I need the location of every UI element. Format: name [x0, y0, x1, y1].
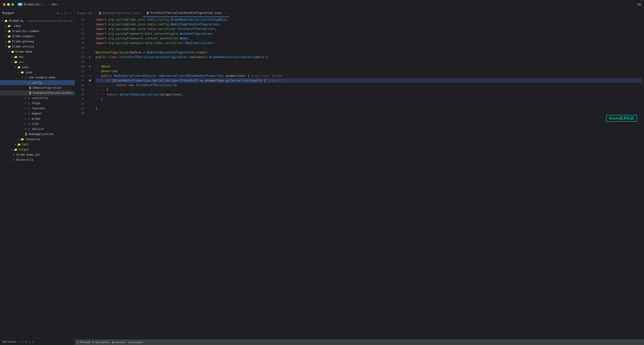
code-line-15: import org.springframework.data.redis.se…: [96, 41, 642, 45]
fullscreen-button[interactable]: [11, 3, 14, 6]
run-gutter-icon-22[interactable]: ↩: [88, 73, 90, 78]
down-service-icon[interactable]: ▽: [32, 340, 34, 344]
status-threads[interactable]: ⚙ Threads & Variables: [77, 341, 109, 344]
close-button[interactable]: [3, 3, 6, 6]
controller-icon: ◻: [27, 96, 31, 100]
gutter-icons: ▶ ▶ ↩ ◇ →: [86, 17, 94, 116]
line-num-29: 29: [79, 106, 84, 111]
sidebar-item-test[interactable]: ▶ 📂 test: [0, 142, 75, 147]
protostuff-icon: 🍃: [28, 91, 32, 95]
gutter-30: [86, 111, 94, 116]
gutter-11: [86, 22, 94, 27]
launcher-label: launcher: [32, 107, 46, 110]
line-num-22: 22: [79, 73, 84, 78]
sidebar-item-demo-app[interactable]: 🍃 DemoApplication: [0, 132, 75, 137]
sidebar-item-controller[interactable]: ▶ ◻ controller: [0, 95, 75, 101]
svc-arrow: ▶: [24, 127, 27, 131]
pom-tab-label: pom.xml: [80, 11, 92, 15]
tab-pom[interactable]: m pom.xml: [75, 9, 95, 17]
sidebar-tree[interactable]: ▶ 📁 BladeX-Biz ~/Workspaces/product/Blad…: [0, 17, 75, 338]
sidebar-item-config[interactable]: ▶ ◻ config: [0, 80, 75, 85]
line-num-12: 12: [79, 27, 84, 31]
sidebar-item-demo-config[interactable]: 🍃 DemoConfiguration: [0, 85, 75, 90]
tree-root[interactable]: ▶ 📁 BladeX-Biz ~/Workspaces/product/Blad…: [0, 18, 75, 23]
sidebar-item-blade-example[interactable]: ▶ 📁 blade-example: [0, 34, 75, 39]
java-arrow: ▶: [17, 71, 20, 74]
collapse-service-icon[interactable]: ⊕: [25, 340, 27, 344]
gutter-21: [86, 69, 94, 73]
idea-folder-icon: 📂: [8, 24, 11, 28]
gutter-25: [86, 87, 94, 92]
demo-config-icon: 🍃: [28, 86, 32, 90]
run-gutter-icon-20[interactable]: ▶: [89, 64, 91, 69]
scope-icon[interactable]: ⊕: [57, 11, 59, 15]
sidebar-item-blade-biz-common[interactable]: ▶ 📁 blade-biz-common: [0, 28, 75, 34]
line-num-17: 17: [79, 50, 84, 55]
tab-bar: m pom.xml 🍃 DemoConfiguration.java 🍃 Pro…: [75, 9, 644, 17]
sidebar-item-mapper[interactable]: ▶ ◻ mapper: [0, 111, 75, 116]
code-line-24: → —— —— —— return new ProtoStuffSerializ…: [96, 83, 642, 87]
gutter-12: [86, 27, 94, 31]
sidebar-item-blade-service[interactable]: ▶ 📁 blade-service: [0, 44, 75, 49]
sidebar-item-blade-gateway[interactable]: ▶ 📁 blade-gateway: [0, 39, 75, 44]
tab-demo-config[interactable]: 🍃 DemoConfiguration.java: [95, 9, 143, 17]
pkg-arrow: ▶: [20, 76, 24, 79]
sidebar-item-rule[interactable]: ▶ ◻ rule: [0, 121, 75, 126]
search-service-icon[interactable]: ⌕: [22, 340, 24, 344]
code-editor[interactable]: 10 11 12 13 14 15 16 17 18 19 20 21 22 2…: [75, 17, 644, 340]
line-numbers: 10 11 12 13 14 15 16 17 18 19 20 21 22 2…: [75, 17, 86, 116]
close-sidebar-icon[interactable]: ✕: [64, 11, 66, 15]
minimize-sidebar-icon[interactable]: −: [70, 11, 72, 15]
sidebar-item-src[interactable]: ▶ 📂 src: [0, 59, 75, 65]
run-gutter-icon[interactable]: ▶: [89, 55, 91, 59]
tab-protostuff[interactable]: 🍃 ProtoStuffSerializerAutoConfiguration.…: [143, 9, 229, 17]
code-line-25: —— —— }: [96, 87, 642, 92]
console-label: Console: [114, 341, 125, 344]
src-icon: 📂: [14, 60, 18, 64]
gear-icon[interactable]: ⋯: [67, 11, 69, 15]
demo-config-tab-label: DemoConfiguration.java: [103, 11, 140, 15]
collapse-icon[interactable]: △: [60, 11, 62, 15]
up-service-icon[interactable]: △: [28, 340, 30, 344]
sidebar-item-feign[interactable]: ▶ ◻ feign: [0, 101, 75, 106]
status-console[interactable]: ▤ Console: [112, 341, 125, 344]
sidebar-item-doc[interactable]: ▶ 📂 doc: [0, 54, 75, 59]
add-service-icon[interactable]: +: [18, 340, 20, 344]
sidebar-item-idea[interactable]: ▶ 📂 .idea: [0, 23, 75, 28]
sidebar-title: Project: [2, 11, 14, 15]
sidebar-item-java[interactable]: ▶ 📂 java: [0, 70, 75, 75]
status-actuator[interactable]: ◎ Actuator: [128, 341, 143, 344]
service-label: blade-service: [12, 45, 34, 48]
sidebar-item-props[interactable]: ▶ ◻ props: [0, 116, 75, 121]
example-arrow: ▶: [4, 35, 8, 38]
resources-label: resources: [25, 138, 40, 141]
sidebar-item-package-root[interactable]: ▶ ◻ com.example.demo: [0, 75, 75, 80]
idea-label: .idea: [12, 24, 20, 28]
demo-config-tab-icon: 🍃: [98, 11, 102, 15]
branch-chevron-icon[interactable]: ▾: [58, 3, 60, 6]
chevron-down-icon[interactable]: ▾: [42, 3, 44, 6]
code-line-30: [96, 111, 642, 116]
doc-label: doc: [19, 55, 24, 58]
sidebar-item-iml[interactable]: ≡ blade-demo.iml: [0, 152, 75, 157]
gutter-18: ▶: [86, 55, 94, 59]
sidebar-item-launcher[interactable]: ▶ ◻ launcher: [0, 106, 75, 111]
sidebar-item-resources[interactable]: ▶ 📂 resources: [0, 137, 75, 142]
sidebar-item-protostuff[interactable]: 🍃 ProtoStuffSerializerAutoConfi: [0, 90, 75, 95]
sidebar-item-service[interactable]: ▶ ◻ service: [0, 126, 75, 132]
breakpoint-icon[interactable]: [89, 79, 91, 82]
sidebar-item-target[interactable]: ▶ 📂 target: [0, 147, 75, 152]
doc-arrow: ▶: [11, 55, 14, 58]
minimize-button[interactable]: [7, 3, 10, 6]
java-icon: 📂: [20, 70, 24, 74]
gutter-19: [86, 59, 94, 64]
line-num-27: 27: [79, 97, 84, 102]
branch-name: dev: [52, 3, 57, 6]
sidebar-item-blade-demo[interactable]: ▶ 📁 blade-demo: [0, 49, 75, 54]
sidebar-item-dockerfile[interactable]: ≡ Dockerfile: [0, 157, 75, 162]
line-num-11: 11: [79, 22, 84, 27]
gutter-17: [86, 50, 94, 55]
sidebar-item-main[interactable]: ▶ 📂 main: [0, 65, 75, 70]
line-num-15: 15: [79, 41, 84, 45]
protostuff-tab-close[interactable]: ✕: [223, 11, 226, 14]
